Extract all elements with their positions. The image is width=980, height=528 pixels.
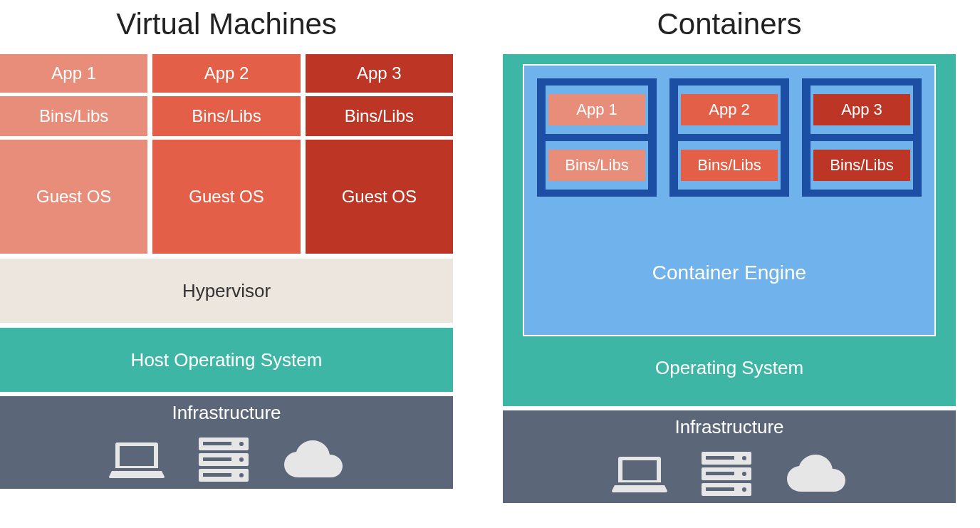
svg-point-16 [742, 472, 746, 476]
ct-title: Containers [503, 7, 956, 41]
container-2: App 2 Bins/Libs [669, 78, 789, 197]
vm-guest-os-2: Guest OS [152, 140, 300, 254]
ct-app-2: App 2 [681, 94, 778, 125]
vm-guest-os-1: Guest OS [0, 140, 147, 254]
cloud-icon [283, 440, 344, 479]
vm-guest-os-3: Guest OS [306, 140, 453, 254]
svg-point-8 [239, 473, 244, 477]
container-engine-label: Container Engine [537, 197, 922, 328]
cloud-icon [786, 455, 847, 493]
container-engine-box: App 1 Bins/Libs App 2 Bins/Libs [523, 64, 936, 336]
vm-host-os: Host Operating System [0, 328, 453, 392]
ct-app-3: App 3 [813, 94, 910, 125]
ct-libs-2: Bins/Libs [681, 150, 778, 181]
ct-operating-system: Operating System [523, 336, 936, 399]
ct-libs-3: Bins/Libs [813, 150, 910, 181]
container-1: App 1 Bins/Libs [537, 78, 657, 197]
vm-title: Virtual Machines [0, 7, 453, 41]
svg-rect-5 [203, 473, 231, 477]
ct-infrastructure: Infrastructure [503, 410, 956, 503]
ct-app-1: App 1 [548, 94, 645, 125]
vm-diagram: Virtual Machines App 1 App 2 App 3 Bins/… [0, 7, 453, 503]
svg-rect-3 [203, 442, 231, 445]
server-icon [702, 452, 751, 496]
svg-rect-14 [706, 487, 734, 491]
ct-libs-1: Bins/Libs [548, 150, 645, 181]
svg-point-17 [742, 487, 746, 492]
svg-rect-4 [203, 457, 231, 461]
vm-libs-3: Bins/Libs [306, 96, 453, 136]
vm-infrastructure: Infrastructure [0, 396, 453, 489]
laptop-icon [612, 454, 667, 494]
vm-infra-label: Infrastructure [172, 402, 281, 424]
container-diagram: Containers App 1 Bins/Libs App [503, 7, 956, 503]
svg-rect-13 [706, 472, 734, 475]
svg-point-6 [239, 442, 244, 446]
container-3: App 3 Bins/Libs [802, 78, 922, 197]
svg-point-15 [742, 456, 746, 460]
ct-infra-label: Infrastructure [674, 416, 783, 438]
vm-libs-2: Bins/Libs [152, 96, 300, 136]
svg-point-7 [239, 457, 244, 462]
svg-rect-12 [706, 456, 734, 460]
vm-app-3: App 3 [306, 54, 453, 93]
vm-app-2: App 2 [152, 54, 300, 93]
vm-app-1: App 1 [0, 54, 147, 93]
vm-hypervisor: Hypervisor [0, 259, 453, 323]
server-icon [199, 438, 249, 482]
vm-libs-1: Bins/Libs [0, 96, 147, 136]
laptop-icon [109, 440, 165, 480]
